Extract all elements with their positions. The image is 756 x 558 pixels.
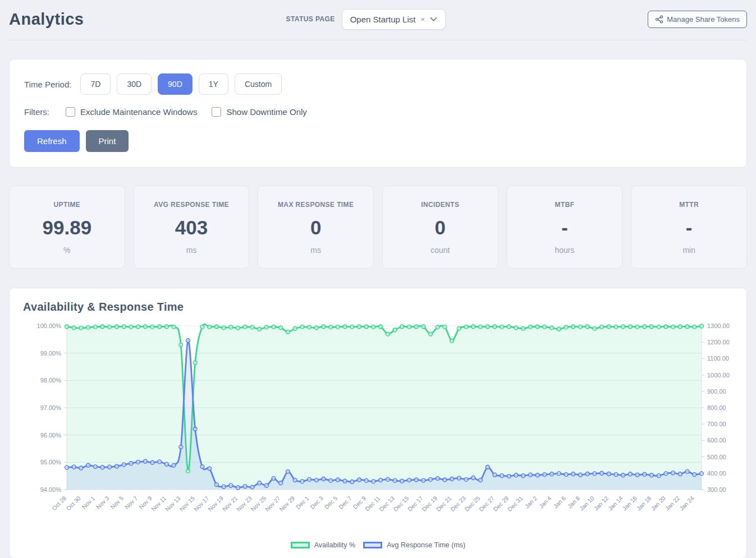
clear-selection-icon[interactable]: ×: [420, 16, 425, 23]
time-period-button-30d[interactable]: 30D: [117, 73, 152, 95]
stat-card-mtbf: MTBF-hours: [507, 186, 623, 269]
checkbox-unchecked-icon[interactable]: [66, 107, 75, 117]
time-period-button-custom[interactable]: Custom: [235, 73, 282, 95]
filter-label: Exclude Maintenance Windows: [80, 107, 197, 117]
manage-share-tokens-button[interactable]: Manage Share Tokens: [648, 11, 747, 28]
svg-text:1000.00: 1000.00: [707, 372, 730, 379]
stat-value: -: [512, 216, 618, 239]
status-page-label: STATUS PAGE: [286, 15, 335, 23]
chart-area: 100.00%99.00%98.00%97.00%96.00%95.00%94.…: [23, 319, 733, 541]
time-period-label: Time Period:: [24, 80, 71, 89]
chart-legend: Availability %Avg Response Time (ms): [23, 541, 733, 549]
svg-text:Dec 3: Dec 3: [309, 495, 324, 510]
svg-text:100.00%: 100.00%: [37, 322, 62, 329]
legend-item[interactable]: Availability %: [291, 541, 355, 549]
svg-text:Dec 7: Dec 7: [337, 495, 353, 510]
chart-panel: Availability & Response Time 100.00%99.0…: [9, 288, 747, 558]
checkbox-unchecked-icon[interactable]: [212, 107, 221, 117]
stat-card-avg-response-time: AVG RESPONSE TIME403ms: [134, 186, 250, 269]
svg-text:600.00: 600.00: [707, 437, 726, 444]
stat-value: -: [636, 216, 742, 239]
stat-card-mttr: MTTR-min: [631, 186, 747, 269]
filters-row: Filters: Exclude Maintenance WindowsShow…: [24, 107, 732, 117]
svg-text:Dec 15: Dec 15: [392, 495, 410, 513]
filter-items: Exclude Maintenance WindowsShow Downtime…: [66, 107, 307, 117]
svg-text:900.00: 900.00: [707, 388, 726, 395]
refresh-button[interactable]: Refresh: [24, 130, 80, 152]
time-period-button-90d[interactable]: 90D: [158, 73, 193, 95]
header-divider: [9, 40, 747, 40]
page-title: Analytics: [9, 10, 84, 29]
status-page-picker: STATUS PAGE Open Startup List ×: [286, 9, 446, 30]
legend-item[interactable]: Avg Response Time (ms): [363, 541, 465, 549]
stat-label: INCIDENTS: [387, 201, 493, 209]
svg-text:Jan 2: Jan 2: [523, 495, 538, 510]
svg-text:Oct 28: Oct 28: [51, 495, 67, 511]
svg-text:Jan 22: Jan 22: [664, 495, 681, 512]
svg-text:Nov 21: Nov 21: [221, 495, 239, 513]
svg-text:Nov 1: Nov 1: [80, 495, 96, 510]
stat-label: MTTR: [636, 201, 742, 209]
svg-text:Dec 21: Dec 21: [435, 495, 453, 513]
print-button[interactable]: Print: [86, 130, 129, 152]
time-period-button-7d[interactable]: 7D: [80, 73, 111, 95]
svg-text:Jan 12: Jan 12: [592, 495, 610, 512]
svg-text:98.00%: 98.00%: [40, 377, 62, 384]
filter-item[interactable]: Exclude Maintenance Windows: [66, 107, 197, 117]
svg-text:Dec 23: Dec 23: [449, 495, 467, 513]
svg-text:Dec 31: Dec 31: [506, 495, 524, 513]
svg-text:Nov 27: Nov 27: [264, 495, 282, 513]
svg-text:1300.00: 1300.00: [707, 322, 730, 329]
time-period-button-1y[interactable]: 1Y: [199, 73, 228, 95]
status-page-selected-value: Open Startup List: [350, 15, 416, 24]
svg-text:Dec 1: Dec 1: [295, 495, 310, 510]
svg-text:700.00: 700.00: [707, 421, 726, 427]
svg-text:Jan 16: Jan 16: [621, 495, 638, 512]
svg-text:Oct 30: Oct 30: [65, 495, 81, 511]
svg-text:Jan 6: Jan 6: [552, 495, 567, 510]
svg-text:Dec 29: Dec 29: [492, 495, 510, 513]
manage-share-tokens-label: Manage Share Tokens: [667, 15, 740, 24]
stat-label: UPTIME: [14, 201, 120, 209]
svg-text:800.00: 800.00: [707, 404, 726, 411]
filters-label: Filters:: [24, 107, 49, 117]
filter-item[interactable]: Show Downtime Only: [212, 107, 306, 117]
time-period-row: Time Period: 7D30D90D1YCustom: [24, 73, 732, 95]
svg-text:Nov 23: Nov 23: [235, 495, 253, 513]
stat-value: 99.89: [14, 216, 120, 239]
stat-card-incidents: INCIDENTS0count: [382, 186, 498, 269]
stat-unit: min: [636, 246, 742, 255]
stat-card-max-response-time: MAX RESPONSE TIME0ms: [258, 186, 374, 269]
stat-label: MAX RESPONSE TIME: [263, 201, 369, 209]
status-page-select[interactable]: Open Startup List ×: [342, 9, 446, 30]
stat-unit: ms: [139, 246, 245, 255]
legend-swatch-icon: [363, 542, 382, 548]
stat-value: 0: [387, 216, 493, 239]
chevron-down-icon: [430, 17, 437, 22]
action-row: Refresh Print: [24, 130, 732, 152]
availability-response-chart[interactable]: 100.00%99.00%98.00%97.00%96.00%95.00%94.…: [23, 319, 734, 539]
chart-title: Availability & Response Time: [23, 301, 733, 313]
stat-value: 0: [263, 216, 369, 239]
svg-text:Nov 5: Nov 5: [109, 495, 125, 510]
share-icon: [655, 15, 663, 24]
svg-text:Nov 25: Nov 25: [249, 495, 267, 513]
svg-text:300.00: 300.00: [707, 486, 726, 493]
stat-card-uptime: UPTIME99.89%: [9, 186, 125, 269]
svg-text:Dec 25: Dec 25: [463, 495, 481, 513]
svg-text:Jan 14: Jan 14: [607, 495, 624, 512]
analytics-page: Analytics STATUS PAGE Open Startup List …: [0, 0, 756, 558]
header: Analytics STATUS PAGE Open Startup List …: [9, 6, 747, 33]
svg-text:96.00%: 96.00%: [40, 432, 62, 439]
svg-text:1200.00: 1200.00: [707, 339, 730, 345]
svg-text:Dec 13: Dec 13: [378, 495, 396, 513]
stat-value: 403: [139, 216, 245, 239]
svg-text:Nov 29: Nov 29: [278, 495, 296, 513]
svg-text:500.00: 500.00: [707, 454, 726, 460]
svg-text:95.00%: 95.00%: [40, 459, 62, 465]
svg-text:Dec 19: Dec 19: [420, 495, 438, 513]
svg-text:Dec 27: Dec 27: [478, 495, 496, 513]
svg-text:Jan 18: Jan 18: [635, 495, 653, 512]
stat-label: MTBF: [512, 201, 618, 209]
svg-text:Nov 13: Nov 13: [164, 495, 182, 513]
